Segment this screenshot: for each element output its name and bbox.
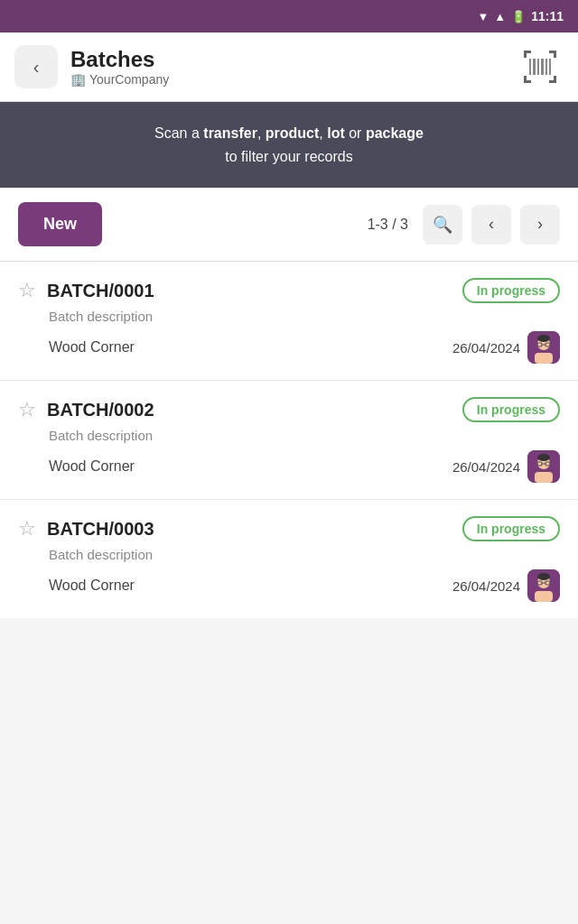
batch-id: BATCH/0002 [47, 400, 154, 420]
barcode-button[interactable] [517, 43, 564, 90]
status-badge: In progress [462, 516, 560, 541]
batch-date: 26/04/2024 [452, 340, 520, 356]
scan-highlight4: package [366, 125, 424, 141]
batch-item[interactable]: ☆ BATCH/0003 In progress Batch descripti… [0, 500, 578, 618]
scan-highlight2: product [266, 125, 320, 141]
batch-company: Wood Corner [49, 578, 135, 594]
barcode-icon [520, 47, 560, 87]
svg-rect-16 [535, 353, 553, 364]
batch-item[interactable]: ☆ BATCH/0001 In progress Batch descripti… [0, 262, 578, 381]
star-icon[interactable]: ☆ [18, 519, 36, 539]
chevron-left-icon: ‹ [489, 215, 494, 234]
scan-prefix: Scan a [154, 125, 203, 141]
pagination-label: 1-3 / 3 [368, 217, 408, 233]
status-badge: In progress [462, 278, 560, 303]
svg-rect-9 [533, 59, 536, 75]
page-title: Batches [70, 47, 169, 72]
company-subtitle: 🏢 YourCompany [70, 72, 169, 87]
user-avatar [527, 331, 560, 364]
svg-point-20 [537, 335, 550, 342]
building-icon: 🏢 [70, 72, 86, 87]
batch-id: BATCH/0001 [47, 281, 154, 301]
scan-highlight3: lot [327, 125, 345, 141]
batch-company: Wood Corner [49, 339, 135, 356]
prev-button[interactable]: ‹ [471, 205, 511, 245]
svg-rect-12 [545, 59, 547, 75]
batch-company: Wood Corner [49, 458, 135, 475]
svg-point-27 [537, 454, 550, 461]
scan-highlight1: transfer [203, 125, 257, 141]
status-badge: In progress [462, 397, 560, 422]
batch-description: Batch description [49, 428, 560, 443]
svg-rect-5 [524, 76, 527, 83]
batch-date: 26/04/2024 [452, 578, 520, 594]
search-button[interactable]: 🔍 [423, 205, 462, 245]
svg-rect-3 [554, 51, 556, 58]
scan-sep1: , [257, 125, 266, 141]
back-button[interactable]: ‹ [14, 45, 58, 88]
svg-rect-1 [524, 51, 527, 58]
svg-rect-11 [541, 59, 544, 75]
wifi-icon: ▼ [477, 10, 489, 23]
batch-description: Batch description [49, 309, 560, 324]
svg-rect-10 [537, 59, 539, 75]
batch-item[interactable]: ☆ BATCH/0002 In progress Batch descripti… [0, 381, 578, 500]
batch-id: BATCH/0003 [47, 519, 154, 540]
new-button[interactable]: New [18, 202, 102, 246]
svg-rect-8 [529, 59, 531, 75]
scan-sep3: or [345, 125, 366, 141]
status-time: 11:11 [531, 9, 564, 23]
batch-list: ☆ BATCH/0001 In progress Batch descripti… [0, 262, 578, 618]
svg-point-34 [537, 573, 550, 580]
svg-rect-23 [535, 472, 553, 483]
status-bar: ▼ ▲ 🔋 11:11 [0, 0, 578, 32]
batch-description: Batch description [49, 547, 560, 562]
user-avatar [527, 569, 560, 602]
svg-rect-13 [549, 59, 551, 75]
scan-banner: Scan a transfer, product, lot or package… [0, 102, 578, 188]
battery-icon: 🔋 [511, 10, 526, 23]
user-avatar [527, 450, 560, 483]
svg-rect-7 [554, 76, 556, 83]
header: ‹ Batches 🏢 YourCompany [0, 32, 578, 102]
chevron-right-icon: › [537, 215, 543, 234]
star-icon[interactable]: ☆ [18, 281, 36, 300]
svg-rect-30 [535, 591, 553, 602]
scan-sep2: , [319, 125, 327, 141]
scan-suffix: to filter your records [225, 149, 352, 164]
toolbar: New 1-3 / 3 🔍 ‹ › [0, 188, 578, 262]
star-icon[interactable]: ☆ [18, 400, 36, 420]
batch-date: 26/04/2024 [452, 459, 520, 475]
next-button[interactable]: › [520, 205, 560, 245]
signal-icon: ▲ [494, 10, 506, 23]
search-icon: 🔍 [433, 215, 452, 235]
